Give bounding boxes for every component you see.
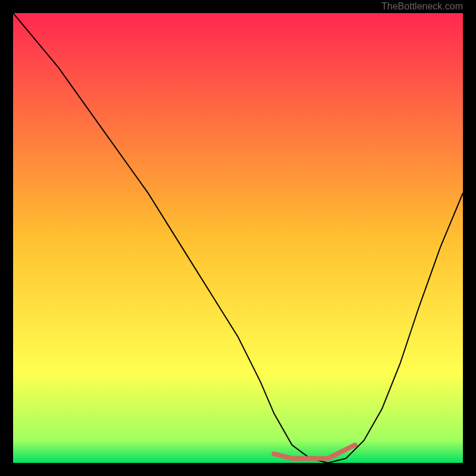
bottleneck-chart — [13, 13, 463, 463]
chart-background — [13, 13, 463, 463]
watermark-text: TheBottleneck.com — [381, 1, 463, 12]
chart-svg — [13, 13, 463, 463]
